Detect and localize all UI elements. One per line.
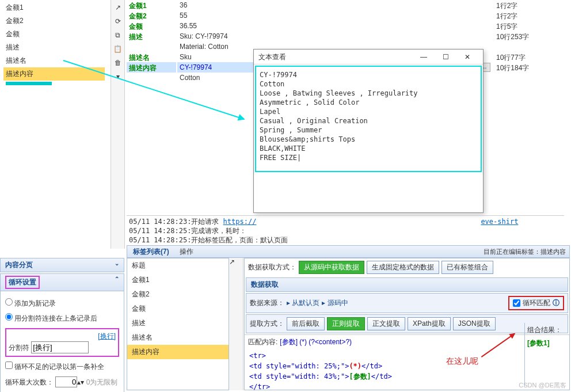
field-label[interactable]: 金额: [127, 21, 176, 31]
info-icon[interactable]: ⓘ: [553, 298, 559, 308]
meta-text: 10行184字: [494, 62, 569, 73]
checkbox-input[interactable]: [5, 361, 13, 369]
paste-icon[interactable]: 📋: [112, 43, 124, 55]
dialog-title: 文本查看: [258, 50, 413, 64]
dialog-body[interactable]: CY-!79974 Cotton Loose , Batwing Sleeves…: [255, 66, 482, 172]
btn-json[interactable]: JSON提取: [453, 317, 496, 330]
fill-checkbox-row[interactable]: 循环不足的记录以第一条补全: [5, 359, 119, 374]
tab-label-list[interactable]: 标签列表(7): [127, 246, 175, 258]
combo-header: 组合结果：: [527, 325, 566, 335]
watermark: CSDN @DE黑客: [519, 381, 566, 390]
chevron-up-icon[interactable]: ⌃: [115, 276, 119, 289]
extract-label: 提取方式：: [250, 319, 284, 329]
meta-text: 1行2字: [494, 0, 569, 10]
highlight-bar: [6, 82, 52, 85]
close-button[interactable]: ✕: [456, 50, 478, 64]
list-item[interactable]: 金额1: [127, 273, 229, 287]
splitter-label: 分割符: [9, 344, 29, 352]
field-label[interactable]: 金额2: [127, 10, 176, 21]
radio-append[interactable]: 用分割符连接在上条记录后: [5, 311, 119, 326]
annotation-note: 在这儿呢: [446, 356, 478, 367]
data-source-row: 数据来源： ▸ 从默认页 ▸ 源码中 循环匹配 ⓘ: [246, 293, 568, 313]
list-item[interactable]: 金额2: [127, 287, 229, 302]
field-value: 55: [177, 10, 477, 21]
btn-regex[interactable]: 正则提取: [327, 317, 365, 330]
bottom-vertical-toolbar: ↗: [229, 258, 243, 390]
btn-body[interactable]: 正文提取: [367, 317, 405, 330]
btn-tag-combo[interactable]: 已有标签组合: [441, 261, 493, 274]
splitter-box: [换行] 分割符: [5, 328, 119, 357]
data-fetch-header: 数据获取: [246, 277, 568, 292]
btn-cut[interactable]: 前后截取: [287, 317, 325, 330]
btn-fixed-format[interactable]: 生成固定格式的数据: [367, 261, 439, 274]
extract-mode-row: 提取方式： 前后截取 正则提取 正文提取 XPath提取 JSON提取: [246, 314, 568, 333]
meta-text: 1行5字: [494, 21, 569, 31]
field-label-selected[interactable]: 描述内容: [127, 62, 176, 73]
meta-text: [494, 73, 569, 83]
loop-match-checkbox[interactable]: 循环匹配 ⓘ: [508, 296, 564, 310]
editing-status: 目前正在编辑标签：描述内容: [484, 248, 569, 256]
newline-link[interactable]: [换行]: [98, 332, 116, 340]
max-hint: 0为无限制: [86, 378, 118, 386]
panel-header-loop[interactable]: 循环设置⌃: [0, 273, 124, 291]
splitter-input[interactable]: [31, 341, 89, 353]
chevron-down-icon[interactable]: ⌄: [115, 260, 119, 270]
refresh-icon[interactable]: ⟳: [112, 15, 124, 28]
left-field-tree: 金额1 金额2 金额 描述 描述名 描述内容: [0, 0, 108, 249]
meta-text: 1行2字: [494, 10, 569, 21]
arrow-out-icon[interactable]: ↗: [112, 1, 124, 14]
list-item[interactable]: 金额: [127, 302, 229, 316]
tree-item[interactable]: 金额2: [3, 14, 105, 28]
vertical-toolbar: ↗ ⟳ ⧉ 📋 🗑 ▾: [111, 0, 125, 249]
tree-item[interactable]: 金额: [3, 28, 105, 41]
list-item-selected[interactable]: 描述内容: [127, 345, 229, 359]
btn-from-source[interactable]: 从源码中获取数据: [299, 261, 364, 274]
btn-xpath[interactable]: XPath提取: [408, 317, 451, 330]
crumb[interactable]: ▸ 源码中: [322, 298, 348, 308]
meta-column: 1行2字 1行2字 1行5字 10行253字 10行77字 10行184字: [494, 0, 569, 83]
list-item[interactable]: 标题: [127, 258, 229, 273]
tree-item[interactable]: 描述名: [3, 54, 105, 67]
meta-text: [494, 41, 569, 52]
field-label[interactable]: 描述名: [127, 52, 176, 62]
source-label: 数据来源：: [250, 298, 284, 308]
field-value: Sku: CY-!79974: [177, 31, 477, 41]
checkbox-input[interactable]: [513, 299, 520, 307]
log-line: 05/11 14:28:25:开始标签匹配，页面：默认页面: [129, 235, 562, 245]
log-line: 05/11 14:28:23:开始请求 https://eve-shirt: [129, 217, 562, 226]
arrow-out-icon[interactable]: ↗: [229, 258, 243, 266]
max-loop-row: 循环最大次数： ▴▾ 0为无限制: [5, 374, 119, 390]
tree-item[interactable]: 金额1: [3, 1, 105, 14]
list-item[interactable]: 描述: [127, 316, 229, 330]
radio-add-new[interactable]: 添加为新记录: [5, 296, 119, 311]
combo-value: [参数1]: [527, 338, 566, 348]
field-label[interactable]: 金额1: [127, 0, 176, 10]
meta-text: 10行253字: [494, 31, 569, 41]
radio-input[interactable]: [5, 298, 13, 306]
match-expr-row: 匹配内容: [参数] (*) (?<content>?): [245, 334, 569, 348]
copy-icon[interactable]: ⧉: [112, 29, 124, 41]
radio-input[interactable]: [5, 313, 13, 321]
delete-icon[interactable]: 🗑: [112, 56, 124, 69]
match-label: 匹配内容:: [248, 337, 277, 347]
minimize-button[interactable]: —: [413, 50, 435, 64]
field-name-column: 金额1 金额2 金额 描述 描述名 描述内容: [127, 0, 176, 83]
panel-header-paging[interactable]: 内容分页⌄: [0, 258, 124, 272]
list-item[interactable]: 描述名: [127, 330, 229, 345]
data-mode-row: 数据获取方式： 从源码中获取数据 生成固定格式的数据 已有标签组合: [245, 258, 569, 276]
max-loop-input[interactable]: [55, 376, 77, 387]
log-link[interactable]: eve-shirt: [481, 218, 518, 226]
match-expr[interactable]: [参数] (*) (?<content>?): [280, 337, 352, 347]
tree-item[interactable]: 描述: [3, 41, 105, 54]
log-link[interactable]: https://: [223, 218, 257, 226]
crumb[interactable]: ▸ 从默认页: [287, 298, 319, 308]
field-label: [127, 73, 176, 83]
log-line: 05/11 14:28:25:完成请求，耗时：: [129, 226, 562, 235]
operate-label[interactable]: 操作: [175, 246, 198, 258]
field-value: 36.55: [177, 21, 477, 31]
maximize-button[interactable]: ☐: [435, 50, 456, 64]
spinner-icon[interactable]: ▴▾: [77, 378, 84, 386]
field-label[interactable]: 描述: [127, 31, 176, 41]
dialog-titlebar[interactable]: 文本查看 — ☐ ✕: [254, 50, 483, 64]
tab-strip: 标签列表(7) 操作 目前正在编辑标签：描述内容: [127, 245, 570, 258]
